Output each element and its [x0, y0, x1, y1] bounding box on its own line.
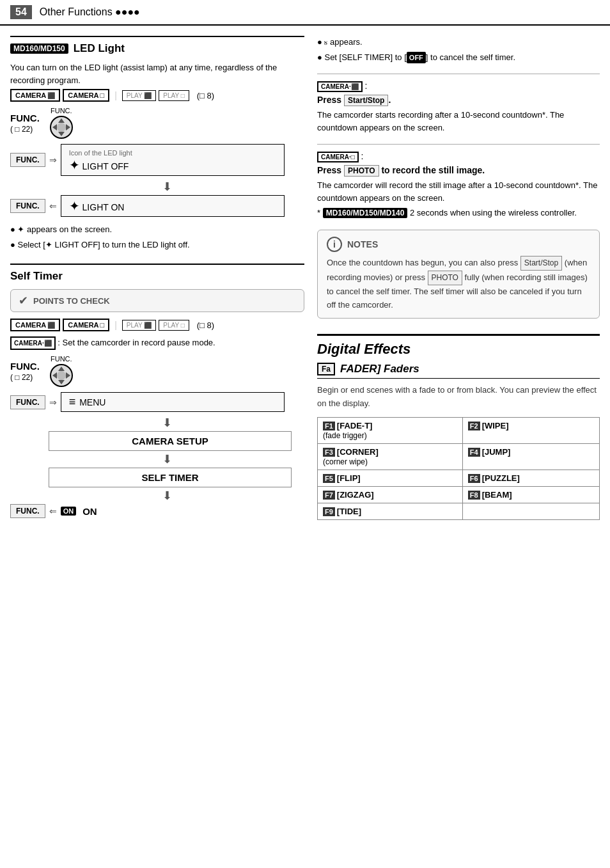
func-small-st: FUNC.: [51, 355, 72, 363]
model-badge-footnote: MD160/MD150/MD140: [323, 208, 408, 218]
on-text: ON: [82, 506, 97, 517]
dpad-up-led: [58, 118, 65, 123]
camera-still-btn: CAMERA □: [63, 89, 109, 102]
light-on-icon: ✦: [69, 199, 80, 213]
dpad-down-st: [58, 380, 65, 384]
led-section-header: MD160/MD150 LED Light: [10, 36, 304, 55]
led-bullet2: ● Select [✦ LIGHT OFF] to turn the LED l…: [10, 239, 304, 251]
on-badge: ON: [61, 507, 77, 516]
digital-title: Digital Effects: [317, 341, 600, 358]
light-on-box: ✦ LIGHT ON: [61, 195, 285, 217]
func-box-off: FUNC.: [10, 153, 45, 167]
fader-cell-f7: F7[ZIGZAG]: [318, 487, 463, 503]
fader-cell-f2: F2[WIPE]: [462, 418, 599, 444]
dpad-down-led: [58, 132, 65, 136]
table-row: F9[TIDE]: [318, 503, 600, 520]
fader-cell-f4: F4[JUMP]: [462, 444, 599, 470]
camera-still-badge: CAMERA·□: [317, 152, 359, 162]
dpad-right-st: [66, 372, 70, 379]
page-title-dots: ●●●●: [115, 6, 140, 17]
main-content: MD160/MD150 LED Light You can turn on th…: [0, 26, 610, 532]
func-box-menu: FUNC.: [10, 395, 45, 409]
start-stop-btn[interactable]: Start/Stop: [344, 95, 388, 106]
light-off-box: Icon of the LED light ✦ LIGHT OFF: [61, 144, 285, 176]
photo-btn[interactable]: PHOTO: [344, 165, 379, 177]
on-row: FUNC. ⇐ ON ON: [10, 504, 304, 518]
right-timer-bullets: ● ᴕ appears. ● Set [SELF TIMER] to [OFF]…: [317, 36, 600, 63]
dpad-led: [50, 116, 73, 139]
press-photo: Press PHOTO to record the still image.: [317, 165, 600, 177]
func-box-on: FUNC.: [10, 199, 45, 213]
arrow-left-on: ⇐: [49, 201, 57, 211]
arrow-down-1: ⬇: [29, 180, 304, 194]
notes-text: Once the countdown has begun, you can al…: [327, 256, 590, 312]
left-column: MD160/MD150 LED Light You can turn on th…: [10, 36, 304, 522]
play-movie-btn: PLAY ⬛: [122, 90, 156, 101]
record-mode-text: : Set the camcorder in record pause mode…: [58, 338, 215, 347]
points-label: POINTS TO CHECK: [33, 296, 110, 306]
camera-still-section: CAMERA·□ : Press PHOTO to record the sti…: [317, 151, 600, 219]
led-func-row: FUNC. ( □ 22) FUNC.: [10, 107, 304, 139]
footnote: * MD160/MD150/MD140 2 seconds when using…: [317, 207, 600, 219]
fader-cell-empty: [462, 503, 599, 520]
page-number: 54: [10, 5, 32, 19]
dpad-left-st: [52, 372, 57, 379]
light-on-label: LIGHT ON: [82, 202, 125, 212]
st-camera-still-btn: CAMERA □: [63, 319, 109, 331]
notes-photo-btn[interactable]: PHOTO: [428, 271, 462, 285]
self-timer-box: SELF TIMER: [49, 468, 292, 487]
led-description: You can turn on the LED light (assist la…: [10, 61, 304, 86]
record-mode-row: CAMERA·⬛ : Set the camcorder in record p…: [10, 336, 304, 350]
func-small-led: FUNC.: [51, 107, 72, 114]
self-timer-title: Self Timer: [10, 270, 63, 283]
st-play-movie-btn: PLAY ⬛: [122, 320, 156, 331]
light-off-icon: ✦: [69, 158, 80, 172]
notes-header: i NOTES: [327, 237, 590, 252]
func-box-on2: FUNC.: [10, 504, 45, 518]
play-still-btn: PLAY □: [159, 90, 189, 101]
camera-setup-label: CAMERA SETUP: [132, 436, 208, 446]
model-badge: MD160/MD150: [10, 43, 68, 54]
dpad-left-led: [52, 124, 57, 130]
notes-start-stop-btn[interactable]: Start/Stop: [520, 256, 562, 271]
notes-box: i NOTES Once the countdown has begun, yo…: [317, 230, 600, 319]
camera-inline-st: CAMERA·⬛: [10, 336, 56, 350]
func-label-led: FUNC.: [10, 113, 40, 123]
arrow-right-off: ⇒: [49, 155, 57, 165]
fader-cell-f3: F3[CORNER] (corner wipe): [318, 444, 463, 470]
arrow-down-3: ⬇: [29, 452, 304, 466]
camera-movie-badge: CAMERA·⬛: [317, 81, 363, 92]
func-label-st: FUNC.: [10, 361, 40, 372]
arrow-right-menu: ⇒: [49, 397, 57, 407]
fader-cell-f1: F1[FADE-T] (fade trigger): [318, 418, 463, 444]
sep-1: [317, 74, 600, 74]
table-row: F5[FLIP] F6[PUZZLE]: [318, 470, 600, 487]
right-column: ● ᴕ appears. ● Set [SELF TIMER] to [OFF]…: [317, 36, 600, 522]
arrow-down-4: ⬇: [29, 489, 304, 503]
page-header: 54 Other Functions ●●●●: [0, 0, 610, 26]
bullet-cancel: ● Set [SELF TIMER] to [OFF] to cancel th…: [317, 51, 600, 64]
led-mode-row: CAMERA ⬛ CAMERA □ | PLAY ⬛ PLAY □ (□ 8): [10, 89, 304, 102]
fader-badge: Fa: [317, 363, 335, 375]
arrow-left-on2: ⇐: [49, 506, 57, 516]
dpad-up-st: [58, 367, 65, 371]
camera-movie-btn: CAMERA ⬛: [10, 89, 60, 102]
self-timer-header: Self Timer: [10, 264, 304, 283]
fader-cell-f6: F6[PUZZLE]: [462, 470, 599, 487]
menu-icon: ≡: [69, 395, 76, 409]
points-to-check-box: ✔ POINTS TO CHECK: [10, 289, 304, 312]
bullet-timer: ● ᴕ appears.: [317, 36, 600, 49]
led-title: LED Light: [74, 42, 125, 55]
self-timer-label: SELF TIMER: [141, 472, 198, 483]
still-countdown-desc: The camcorder will record the still imag…: [317, 179, 600, 204]
st-page-ref: (□ 8): [197, 320, 214, 330]
fader-table: F1[FADE-T] (fade trigger) F2[WIPE] F3[CO…: [317, 417, 600, 520]
func-page-ref-st: ( □ 22): [10, 373, 33, 382]
self-timer-section: Self Timer ✔ POINTS TO CHECK CAMERA ⬛ CA…: [10, 264, 304, 518]
check-icon: ✔: [19, 294, 28, 308]
menu-label: MENU: [79, 397, 106, 407]
menu-box: ≡ MENU: [61, 392, 285, 412]
press-start-stop: Press Start/Stop.: [317, 95, 600, 106]
fader-subtitle: FADER] Faders: [340, 363, 419, 375]
fader-cell-f5: F5[FLIP]: [318, 470, 463, 487]
